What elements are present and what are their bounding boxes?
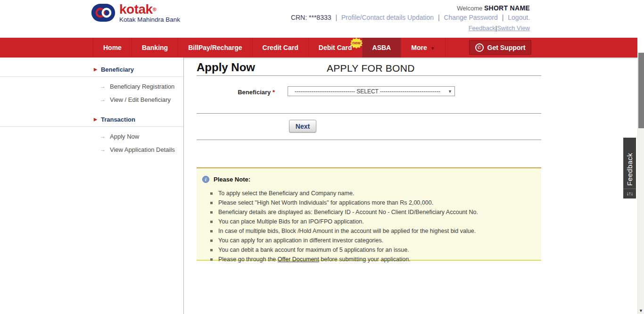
new-badge: new [350, 38, 363, 49]
beneficiary-form-row: Beneficiary * --------------------------… [197, 76, 541, 113]
spacer [197, 140, 541, 167]
sidebar-section-beneficiary[interactable]: ▶Beneficiary [0, 66, 183, 73]
nav-item-asba[interactable]: ASBA [363, 38, 402, 58]
crn-value: ***8333 [309, 14, 331, 21]
note-list: To apply select the Beneficiary and Comp… [210, 190, 535, 263]
logo-brand: kotak® [119, 3, 180, 16]
main-content: Apply Now APPLY FOR BOND Beneficiary * -… [197, 58, 541, 261]
page-title: Apply Now [197, 61, 255, 74]
scrollbar-thumb[interactable] [638, 53, 644, 128]
sidebar-item-label: View / Edit Beneficiary [110, 96, 171, 103]
sidebar-item-beneficiary-registration[interactable]: →Beneficiary Registration [0, 83, 183, 90]
phone-icon: ✆ [475, 43, 484, 52]
change-password-link[interactable]: Change Password [444, 14, 497, 21]
nav-item-billpay-recharge[interactable]: BillPay/Recharge [178, 38, 252, 58]
spacer [0, 109, 183, 116]
note-item: You can apply for an application in diff… [210, 237, 535, 244]
nav-item-label: More [411, 44, 427, 51]
note-title-row: i Please Note: [202, 176, 535, 183]
sidebar-item-apply-now[interactable]: →Apply Now [0, 132, 183, 140]
nav-item-label: Home [103, 44, 122, 51]
divider [0, 76, 183, 77]
note-item: Please select "High Net Worth Individual… [210, 199, 535, 206]
page: kotak® Kotak Mahindra Bank Welcome SHORT… [0, 0, 644, 314]
profile-contact-updation-link[interactable]: Profile/Contact details Updation [341, 14, 434, 21]
separator: | [335, 14, 337, 21]
separator: | [502, 14, 504, 21]
offer-document-link[interactable]: Offer Document [278, 256, 319, 263]
nav-item-label: ASBA [372, 44, 391, 51]
note-title: Please Note: [214, 176, 250, 183]
arrow-right-icon: → [100, 83, 106, 90]
crn-label: CRN: [291, 14, 307, 21]
next-button-row: Next [197, 114, 541, 140]
logout-link[interactable]: Logout. [508, 14, 530, 21]
account-links-line: CRN: ***8333 | Profile/Contact details U… [291, 14, 530, 21]
top-header: kotak® Kotak Mahindra Bank Welcome SHORT… [0, 0, 637, 38]
sidebar-item-label: Beneficiary Registration [110, 83, 174, 90]
main-navbar: HomeBankingBillPay/RechargeCredit CardDe… [0, 38, 637, 58]
nav-item-credit-card[interactable]: Credit Card [253, 38, 309, 58]
form-title: APPLY FOR BOND [327, 63, 415, 74]
sidebar-item-label: View Application Details [110, 146, 175, 153]
feedback-side-tab[interactable]: Feedback ↓↑↓ [623, 138, 636, 198]
switch-view-link[interactable]: Switch View [497, 25, 530, 32]
welcome-label: Welcome [457, 5, 482, 12]
triangle-bullet-icon: ▶ [94, 117, 97, 122]
sidebar-section-transaction[interactable]: ▶Transaction [0, 116, 183, 123]
please-note-box: i Please Note: To apply select the Benef… [197, 167, 541, 261]
nav-item-banking[interactable]: Banking [132, 38, 178, 58]
sidebar-section-label: Transaction [101, 116, 135, 123]
arrow-right-icon: → [100, 146, 106, 153]
sidebar-section-label: Beneficiary [101, 66, 134, 73]
arrow-right-icon: → [100, 133, 106, 140]
nav-item-home[interactable]: Home [93, 38, 132, 58]
nav-item-label: Debit Card [319, 44, 352, 51]
chevron-down-icon: ▼ [430, 46, 435, 51]
logo-subtitle: Kotak Mahindra Bank [119, 16, 180, 23]
secondary-links-line: Feedback|Switch View [291, 25, 530, 32]
nav-item-label: Banking [142, 44, 168, 51]
get-support-label: Get Support [487, 44, 526, 51]
sort-arrows-icon: ↓↑↓ [623, 189, 636, 198]
note-item: You can debit a bank account for maximum… [210, 247, 535, 253]
note-item: You can place Multiple Bids for an IPO/F… [210, 218, 535, 225]
main-header: Apply Now APPLY FOR BOND [197, 58, 541, 75]
get-support-button[interactable]: ✆ Get Support [469, 40, 531, 55]
sidebar-item-view-application-details[interactable]: →View Application Details [0, 146, 183, 153]
divider [0, 126, 183, 127]
nav-item-more[interactable]: More▼ [401, 38, 445, 58]
scrollbar-down-arrow[interactable]: ▼ [638, 308, 644, 313]
nav-items: HomeBankingBillPay/RechargeCredit CardDe… [93, 38, 637, 58]
note-item: Please go through the Offer Document bef… [210, 256, 535, 263]
feedback-link[interactable]: Feedback [469, 25, 495, 32]
nav-item-label: Credit Card [263, 44, 298, 51]
nav-item-label: BillPay/Recharge [188, 44, 242, 51]
user-name: SHORT NAME [484, 4, 530, 12]
beneficiary-label: Beneficiary * [197, 89, 275, 96]
feedback-tab-label: Feedback [626, 138, 634, 189]
note-item: In case of multiple bids, Block /Hold Am… [210, 228, 535, 234]
sidebar: ▶Beneficiary→Beneficiary Registration→Vi… [0, 58, 184, 314]
beneficiary-select[interactable]: -------------------------------- SELECT … [288, 86, 455, 96]
note-item: To apply select the Beneficiary and Comp… [210, 190, 535, 197]
sidebar-menu: ▶Beneficiary→Beneficiary Registration→Vi… [0, 58, 183, 153]
nav-item-debit-card[interactable]: Debit Cardnew [309, 38, 363, 58]
user-info: Welcome SHORT NAME CRN: ***8333 | Profil… [291, 4, 530, 32]
kotak-logo: kotak® Kotak Mahindra Bank [91, 3, 180, 23]
sidebar-item-view-edit-beneficiary[interactable]: →View / Edit Beneficiary [0, 96, 183, 103]
arrow-right-icon: → [100, 96, 106, 103]
beneficiary-select-value: -------------------------------- SELECT … [295, 88, 440, 95]
vertical-scrollbar[interactable]: ▼ [637, 52, 644, 314]
separator: | [438, 14, 440, 21]
welcome-line: Welcome SHORT NAME [291, 4, 530, 12]
triangle-bullet-icon: ▶ [94, 67, 97, 72]
next-button[interactable]: Next [289, 120, 316, 132]
registered-mark: ® [153, 7, 157, 12]
chevron-down-icon: ▼ [448, 89, 452, 94]
sidebar-item-label: Apply Now [110, 133, 139, 140]
required-marker: * [272, 89, 275, 96]
note-item: Beneficiary details are displayed as: Be… [210, 209, 535, 215]
kotak-logo-icon [91, 3, 116, 22]
info-icon: i [202, 176, 209, 183]
